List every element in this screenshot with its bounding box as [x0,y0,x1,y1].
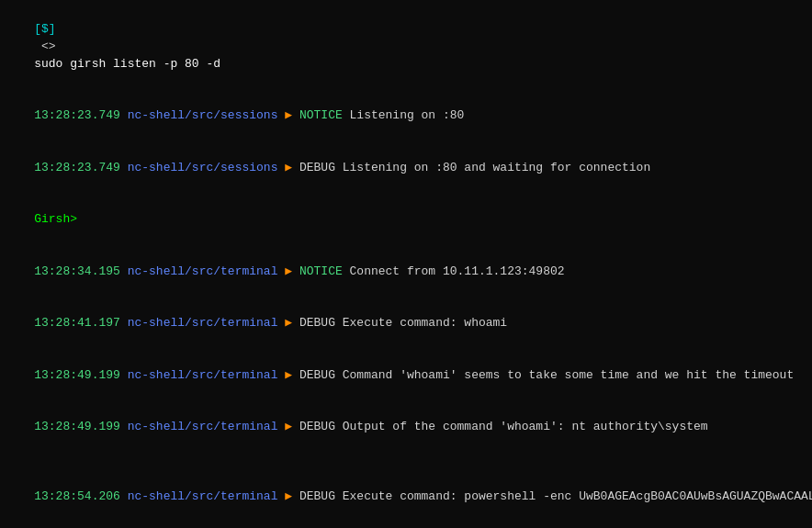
log-line-6: 13:28:41.197 nc-shell/src/terminal ▶ DEB… [6,298,806,350]
log-line-10: 13:28:54.206 nc-shell/src/terminal ▶ DEB… [6,471,806,523]
terminal-window: [$] <> sudo girsh listen -p 80 -d 13:28:… [0,0,812,528]
log-line-3: 13:28:23.749 nc-shell/src/sessions ▶ DEB… [6,142,806,195]
girsh-prompt-1: Girsh> [6,194,806,246]
overflow-line-1: BCAGEAcwBpAGMAUABhAHIAcwBpAG4AZwApADsASQ… [6,522,806,528]
prompt-command-line: [$] <> sudo girsh listen -p 80 -d [6,4,806,90]
log-line-7: 13:28:49.199 nc-shell/src/terminal ▶ DEB… [6,350,806,402]
empty-line-1 [6,454,806,471]
log-line-8: 13:28:49.199 nc-shell/src/terminal ▶ DEB… [6,401,806,454]
log-line-5: 13:28:34.195 nc-shell/src/terminal ▶ NOT… [6,246,806,298]
log-line-2: 13:28:23.749 nc-shell/src/sessions ▶ NOT… [6,90,806,142]
command-text: sudo girsh listen -p 80 -d [34,57,220,71]
bracket-open: [$] [34,22,55,36]
